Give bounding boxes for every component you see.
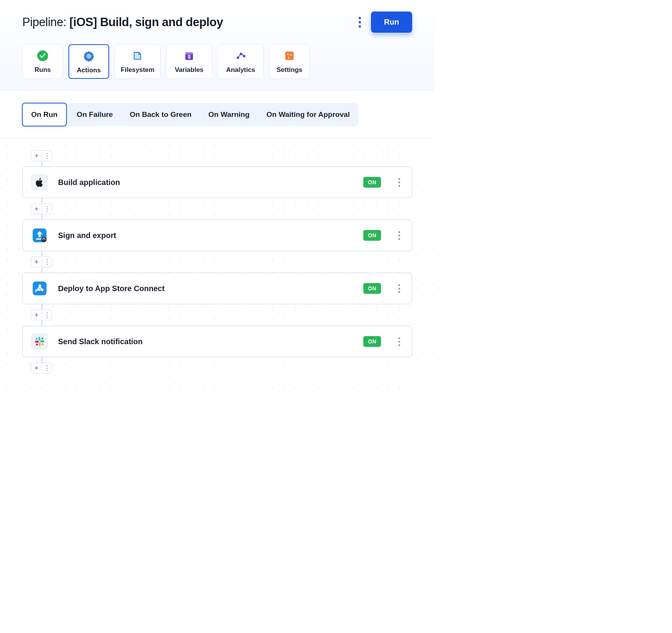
nav-settings[interactable]: Settings [269,44,310,79]
add-action-chip[interactable]: + [31,257,52,267]
nav-filesystem[interactable]: Filesystem [115,44,161,79]
folder-file-icon [132,50,143,62]
status-badge: ON [363,283,381,294]
nav-analytics[interactable]: Analytics [218,44,264,79]
appstore-icon [31,280,48,297]
add-action-chip[interactable]: + [31,363,52,373]
add-action-chip[interactable]: + [31,203,52,214]
page-title: Pipeline: [iOS] Build, sign and deploy [22,15,223,29]
title-prefix: Pipeline: [22,15,70,29]
slack-icon [31,333,48,350]
action-more-menu[interactable] [395,178,403,187]
analytics-icon [235,50,246,62]
subtab-on-warning[interactable]: On Warning [200,103,258,126]
more-dots-icon [42,365,52,371]
status-badge: ON [363,230,381,241]
subtabs: On Run On Failure On Back to Green On Wa… [22,103,358,126]
check-circle-icon [37,50,48,62]
action-more-menu[interactable] [395,231,403,240]
gear-badge-icon [83,50,95,62]
plus-icon: + [31,258,42,266]
more-dots-icon [42,259,52,265]
nav-actions[interactable]: Actions [68,44,109,79]
add-action-chip[interactable]: + [31,150,52,161]
svg-text:$: $ [188,54,191,60]
status-badge: ON [363,177,381,188]
svg-rect-8 [285,52,294,60]
subtab-on-back-to-green[interactable]: On Back to Green [121,103,200,126]
settings-tile-icon [284,50,295,62]
svg-rect-16 [38,337,40,341]
actions-canvas: + Build application ON + Sign and exp [0,138,434,389]
sign-export-icon [31,227,48,244]
add-action-chip[interactable]: + [31,310,52,320]
svg-rect-17 [40,340,44,342]
svg-point-11 [288,57,289,58]
action-label: Send Slack notification [58,337,353,346]
more-dots-icon [42,153,52,159]
plus-icon: + [31,311,42,319]
svg-point-9 [287,53,288,55]
pipeline-more-menu[interactable] [356,16,363,29]
action-card[interactable]: Send Slack notification ON [22,326,412,357]
more-dots-icon [42,206,52,212]
plus-icon: + [31,364,42,372]
plus-icon: + [31,205,42,213]
action-label: Sign and export [58,231,353,240]
action-more-menu[interactable] [395,284,403,293]
action-card[interactable]: Deploy to App Store Connect ON [22,273,412,304]
nav-variables[interactable]: $ Variables [166,44,212,79]
svg-point-1 [86,54,91,59]
nav-label: Analytics [226,66,255,74]
nav-label: Runs [35,66,51,74]
variables-icon: $ [183,50,195,62]
nav-cards: Runs Actions Filesystem $ Variables [22,44,412,90]
action-card[interactable]: Sign and export ON [22,220,412,251]
nav-label: Filesystem [121,66,155,74]
status-badge: ON [363,336,381,347]
apple-build-icon [31,174,48,191]
nav-label: Variables [175,66,204,74]
svg-point-10 [290,54,291,55]
run-button[interactable]: Run [371,12,412,33]
nav-label: Settings [276,66,302,74]
subtab-on-failure[interactable]: On Failure [68,103,121,126]
subtab-on-run[interactable]: On Run [22,103,67,127]
action-more-menu[interactable] [395,337,403,346]
action-card[interactable]: Build application ON [22,167,412,198]
nav-label: Actions [77,67,101,74]
action-label: Deploy to App Store Connect [58,284,353,293]
svg-rect-18 [39,342,41,346]
svg-rect-19 [35,341,39,343]
action-label: Build application [58,178,353,187]
plus-icon: + [31,152,42,160]
title-main: [iOS] Build, sign and deploy [70,15,223,29]
subtab-on-waiting[interactable]: On Waiting for Approval [258,103,358,126]
more-dots-icon [42,312,52,318]
nav-runs[interactable]: Runs [22,44,63,79]
